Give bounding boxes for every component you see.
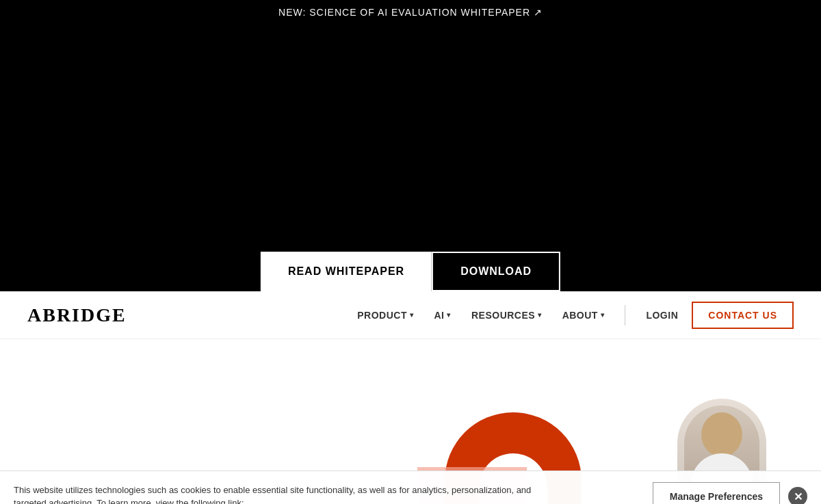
- cookie-banner: This website utilizes technologies such …: [0, 470, 821, 504]
- nav-product-label: PRODUCT: [357, 310, 407, 321]
- nav-links: PRODUCT ▾ AI ▾ RESOURCES ▾ ABOUT ▾: [357, 305, 678, 326]
- cookie-actions: Manage Preferences ✕: [653, 482, 807, 504]
- nav-about[interactable]: ABOUT ▾: [562, 310, 605, 321]
- cta-button-group: READ WHITEPAPER DOWNLOAD: [261, 252, 560, 291]
- chevron-down-icon: ▾: [410, 311, 414, 319]
- nav-resources-label: RESOURCES: [471, 310, 535, 321]
- close-cookie-button[interactable]: ✕: [788, 487, 807, 504]
- nav-divider: [625, 305, 625, 326]
- chevron-down-icon: ▾: [538, 311, 542, 319]
- content-section: This website utilizes technologies such …: [0, 339, 821, 504]
- main-navbar: ABRIDGE PRODUCT ▾ AI ▾ RESOURCES ▾ ABOUT…: [0, 291, 821, 339]
- banner-text: NEW: SCIENCE OF AI EVALUATION WHITEPAPER…: [278, 7, 543, 18]
- nav-ai[interactable]: AI ▾: [434, 310, 451, 321]
- chevron-down-icon: ▾: [447, 311, 451, 319]
- login-label: LOGIN: [646, 310, 678, 321]
- manage-preferences-button[interactable]: Manage Preferences: [653, 482, 780, 504]
- nav-login[interactable]: LOGIN: [646, 310, 678, 321]
- chevron-down-icon: ▾: [601, 311, 605, 319]
- hero-section: READ WHITEPAPER DOWNLOAD: [0, 25, 821, 291]
- download-button[interactable]: DOWNLOAD: [432, 252, 560, 291]
- cookie-text: This website utilizes technologies such …: [14, 483, 561, 505]
- contact-us-button[interactable]: CONTACT US: [692, 302, 794, 329]
- nav-about-label: ABOUT: [562, 310, 598, 321]
- doctor-head: [701, 412, 742, 457]
- logo[interactable]: ABRIDGE: [27, 304, 127, 326]
- nav-ai-label: AI: [434, 310, 444, 321]
- read-whitepaper-button[interactable]: READ WHITEPAPER: [261, 252, 432, 291]
- announcement-banner[interactable]: NEW: SCIENCE OF AI EVALUATION WHITEPAPER…: [0, 0, 821, 25]
- nav-resources[interactable]: RESOURCES ▾: [471, 310, 542, 321]
- nav-product[interactable]: PRODUCT ▾: [357, 310, 413, 321]
